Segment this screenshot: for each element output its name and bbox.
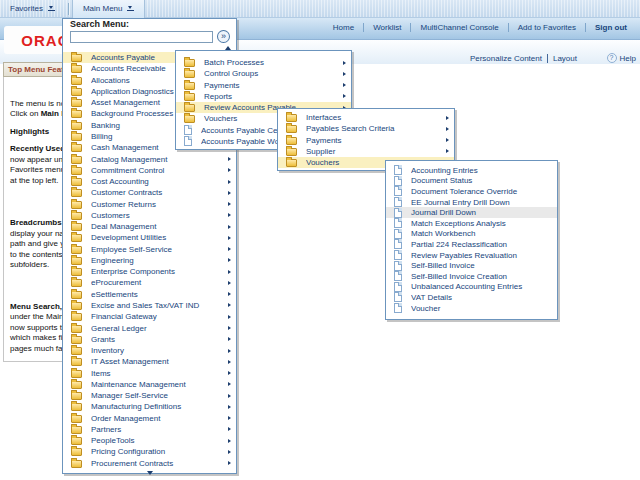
help-link[interactable]: ? Help	[607, 53, 636, 63]
menu-item[interactable]: Enterprise Components	[63, 266, 236, 277]
folder-icon	[71, 54, 82, 62]
menu-item[interactable]: Grants	[63, 334, 236, 345]
menu-item[interactable]: Commitment Control	[63, 165, 236, 176]
header-link[interactable]: Home	[324, 23, 363, 32]
page-icon	[394, 186, 402, 196]
menu-item[interactable]: Review Payables Revaluation	[386, 250, 557, 261]
menu-item[interactable]: eProcurement	[63, 277, 236, 288]
menu-item[interactable]: Batch Processes	[176, 57, 351, 68]
page-icon	[184, 125, 192, 135]
vouchers-list: Accounting Entries Document Status Docum…	[386, 165, 557, 313]
menu-item[interactable]: Customers	[63, 210, 236, 221]
folder-icon	[71, 381, 82, 389]
menu-item[interactable]: Voucher	[386, 303, 557, 314]
menu-item[interactable]: Self-Billed Invoice	[386, 260, 557, 271]
vouchers-submenu: Accounting Entries Document Status Docum…	[385, 160, 558, 320]
submenu-arrow-icon	[228, 461, 231, 465]
menu-item[interactable]: Match Workbench	[386, 229, 557, 240]
header-link[interactable]: Worklist	[363, 23, 410, 32]
menu-item[interactable]: Interfaces	[278, 112, 454, 123]
menu-item[interactable]: Excise and Sales Tax/VAT IND	[63, 300, 236, 311]
menu-item[interactable]: eSettlements	[63, 289, 236, 300]
menu-item[interactable]: PeopleTools	[63, 435, 236, 446]
page-icon	[394, 239, 402, 249]
scroll-down-icon[interactable]	[147, 471, 153, 475]
search-go-button[interactable]: »	[217, 30, 230, 43]
menu-item[interactable]: Catalog Management	[63, 153, 236, 164]
menu-item[interactable]: Manager Self-Service	[63, 390, 236, 401]
menu-item[interactable]: IT Asset Management	[63, 356, 236, 367]
menu-item[interactable]: Customer Returns	[63, 198, 236, 209]
menu-item[interactable]: General Ledger	[63, 322, 236, 333]
header-link[interactable]: MultiChannel Console	[410, 23, 507, 32]
menu-item[interactable]: Procurement Contracts	[63, 458, 236, 469]
submenu-arrow-icon	[228, 258, 231, 262]
menu-item[interactable]: Deal Management	[63, 221, 236, 232]
header-links: Home Worklist MultiChannel Console Add t…	[324, 23, 636, 32]
personalize-link[interactable]: Layout	[547, 54, 582, 63]
menu-item[interactable]: Match Exceptions Analysis	[386, 218, 557, 229]
menu-item[interactable]: Payables Search Criteria	[278, 123, 454, 134]
menu-item[interactable]: Partners	[63, 424, 236, 435]
menu-item[interactable]: Reports	[176, 91, 351, 102]
main-menu-tab[interactable]: Main Menu	[72, 0, 146, 18]
menu-item[interactable]: Development Utilities	[63, 232, 236, 243]
menu-item[interactable]: Control Groups	[176, 68, 351, 79]
folder-icon	[71, 234, 82, 242]
menu-item[interactable]: Cost Accounting	[63, 176, 236, 187]
page-icon	[394, 282, 402, 292]
submenu-arrow-icon	[228, 247, 231, 251]
folder-icon	[71, 347, 82, 355]
menu-item[interactable]: Maintenance Management	[63, 379, 236, 390]
page-icon	[394, 218, 402, 228]
menu-item[interactable]: Document Status	[386, 176, 557, 187]
submenu-arrow-icon	[228, 168, 231, 172]
folder-icon	[286, 125, 297, 133]
menu-item[interactable]: Employee Self-Service	[63, 244, 236, 255]
menu-item[interactable]: Items	[63, 367, 236, 378]
folder-icon	[71, 460, 82, 468]
folder-icon	[286, 137, 297, 145]
menu-item[interactable]: Payments	[176, 80, 351, 91]
page-icon	[184, 136, 192, 146]
menu-item[interactable]: Supplier	[278, 146, 454, 157]
header-link[interactable]: Add to Favorites	[508, 23, 585, 32]
submenu-arrow-icon	[446, 127, 449, 131]
menu-item[interactable]: Order Management	[63, 413, 236, 424]
personalize-links: Personalize Content Layout	[465, 54, 582, 63]
submenu-arrow-icon	[228, 225, 231, 229]
menu-item[interactable]: Financial Gateway	[63, 311, 236, 322]
scroll-up-icon[interactable]	[225, 46, 231, 50]
menu-item[interactable]: Journal Drill Down	[386, 207, 557, 218]
search-menu-input[interactable]	[70, 31, 213, 43]
submenu-arrow-icon	[228, 382, 231, 386]
menu-item[interactable]: Self-Billed Invoice Creation	[386, 271, 557, 282]
favorites-menu-tab[interactable]: Favorites	[0, 0, 65, 18]
menu-item[interactable]: VAT Details	[386, 292, 557, 303]
menu-item[interactable]: Partial 224 Reclassification	[386, 239, 557, 250]
favorites-tab-label: Favorites	[10, 4, 43, 13]
menu-item[interactable]: Payments	[278, 135, 454, 146]
personalize-link[interactable]: Personalize Content	[465, 54, 547, 63]
folder-icon	[71, 212, 82, 220]
menu-item[interactable]: Document Tolerance Override	[386, 186, 557, 197]
folder-icon	[71, 257, 82, 265]
menu-item[interactable]: Manufacturing Definitions	[63, 401, 236, 412]
submenu-arrow-icon	[228, 371, 231, 375]
help-label: Help	[620, 54, 636, 63]
folder-icon	[71, 167, 82, 175]
menu-item[interactable]: EE Journal Entry Drill Down	[386, 197, 557, 208]
menu-item[interactable]: Unbalanced Accounting Entries	[386, 282, 557, 293]
folder-icon	[184, 82, 195, 90]
menu-item[interactable]: Customer Contracts	[63, 187, 236, 198]
menu-item[interactable]: Engineering	[63, 255, 236, 266]
header-link[interactable]: Sign out	[585, 23, 636, 32]
folder-icon	[184, 70, 195, 78]
submenu-arrow-icon	[228, 405, 231, 409]
menu-item[interactable]: Accounting Entries	[386, 165, 557, 176]
page-icon	[394, 303, 402, 313]
submenu-arrow-icon	[228, 326, 231, 330]
submenu-arrow-icon	[446, 149, 449, 153]
menu-item[interactable]: Pricing Configuration	[63, 446, 236, 457]
menu-item[interactable]: Inventory	[63, 345, 236, 356]
